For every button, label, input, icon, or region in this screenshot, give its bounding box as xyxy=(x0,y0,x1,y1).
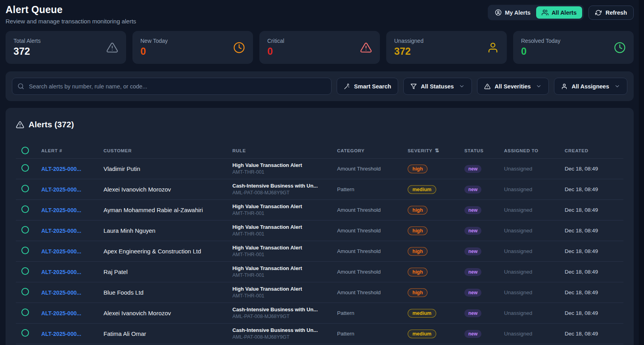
assigned-to-value: Unassigned xyxy=(500,331,561,337)
rule-code: AMT-THR-001 xyxy=(232,251,333,258)
alert-number-link[interactable]: ALT-2025-000... xyxy=(41,186,81,193)
status-badge: new xyxy=(464,186,481,194)
row-checkbox[interactable] xyxy=(21,309,29,316)
severity-badge: high xyxy=(408,206,427,215)
column-header-created: CREATED xyxy=(561,148,623,153)
created-date: Dec 18, 08:49 xyxy=(561,207,623,213)
alerts-scope-toggle: My Alerts All Alerts xyxy=(488,5,584,20)
alert-queue-page: Alert Queue Review and manage transactio… xyxy=(0,0,639,345)
rule-name: Cash-Intensive Business with Un... xyxy=(232,327,333,334)
stat-value: 0 xyxy=(521,46,560,57)
stat-value: 372 xyxy=(13,46,40,57)
severity-filter-dropdown[interactable]: All Severities xyxy=(477,78,549,95)
rule-cell: Cash-Intensive Business with Un... AML-P… xyxy=(228,182,333,196)
stat-value: 0 xyxy=(267,46,284,57)
alert-number-link[interactable]: ALT-2025-000... xyxy=(41,207,81,213)
table-row[interactable]: ALT-2025-000... Alexei Ivanovich Morozov… xyxy=(16,179,623,200)
table-row[interactable]: ALT-2025-000... Vladimir Putin High Valu… xyxy=(16,159,623,179)
row-checkbox[interactable] xyxy=(21,226,29,234)
row-checkbox[interactable] xyxy=(21,205,29,213)
assigned-to-value: Unassigned xyxy=(500,269,561,275)
alerts-count-title: Alerts (372) xyxy=(29,120,74,129)
category-value: Amount Threshold xyxy=(333,207,404,213)
rule-code: AML-PAT-008-MJ68Y9GT xyxy=(232,313,333,320)
rule-code: AMT-THR-001 xyxy=(232,231,333,238)
page-header: Alert Queue Review and manage transactio… xyxy=(6,4,634,25)
column-header-severity[interactable]: SEVERITY ⇅ xyxy=(404,148,460,153)
select-all-checkbox[interactable] xyxy=(21,147,29,154)
search-field-wrap xyxy=(12,78,332,95)
table-row[interactable]: ALT-2025-000... Raj Patel High Value Tra… xyxy=(16,262,623,282)
scrollbar-track[interactable] xyxy=(639,0,644,345)
row-checkbox[interactable] xyxy=(21,329,29,337)
filter-bar: Smart Search All Statuses All Severities xyxy=(6,71,634,101)
my-alerts-button[interactable]: My Alerts xyxy=(489,6,536,19)
status-badge: new xyxy=(464,247,481,255)
customer-name: Alexei Ivanovich Morozov xyxy=(100,310,228,316)
row-checkbox[interactable] xyxy=(21,288,29,295)
row-checkbox[interactable] xyxy=(21,247,29,254)
stat-card-new-today: New Today 0 xyxy=(132,31,253,64)
customer-name: Blue Foods Ltd xyxy=(100,289,228,296)
table-row[interactable]: ALT-2025-000... Fatima Ali Omar Cash-Int… xyxy=(16,324,623,344)
category-value: Amount Threshold xyxy=(333,248,404,254)
all-alerts-button[interactable]: All Alerts xyxy=(536,6,582,19)
rule-cell: High Value Transaction Alert AMT-THR-001 xyxy=(228,265,333,278)
status-badge: new xyxy=(464,165,481,173)
created-date: Dec 18, 08:49 xyxy=(561,248,623,254)
alert-number-link[interactable]: ALT-2025-000... xyxy=(41,331,81,337)
rule-code: AMT-THR-001 xyxy=(232,272,333,279)
clock-icon xyxy=(233,42,245,54)
created-date: Dec 18, 08:49 xyxy=(561,331,623,337)
table-row[interactable]: ALT-2025-000... Blue Foods Ltd High Valu… xyxy=(16,282,623,303)
assigned-to-value: Unassigned xyxy=(500,228,561,234)
stat-label: New Today xyxy=(140,38,168,44)
created-date: Dec 18, 08:49 xyxy=(561,289,623,295)
user-icon xyxy=(561,83,567,90)
smart-search-button[interactable]: Smart Search xyxy=(337,78,399,95)
table-row[interactable]: ALT-2025-000... Alexei Ivanovich Morozov… xyxy=(16,303,623,324)
column-header-alert: ALERT # xyxy=(37,148,100,153)
rule-code: AMT-THR-001 xyxy=(232,293,333,299)
assignee-filter-dropdown[interactable]: All Assignees xyxy=(554,78,627,95)
alert-number-link[interactable]: ALT-2025-000... xyxy=(41,310,81,316)
column-header-assigned: ASSIGNED TO xyxy=(500,148,561,153)
table-row[interactable]: ALT-2025-000... Ayman Mohammed Rabie al-… xyxy=(16,200,623,220)
stat-card-total-alerts: Total Alerts 372 xyxy=(6,31,126,64)
alert-number-link[interactable]: ALT-2025-000... xyxy=(41,228,81,234)
page-title-block: Alert Queue Review and manage transactio… xyxy=(6,4,136,25)
alert-number-link[interactable]: ALT-2025-000... xyxy=(41,248,81,255)
category-value: Pattern xyxy=(333,331,404,337)
category-value: Pattern xyxy=(333,186,404,192)
table-header-row: ALERT # CUSTOMER RULE CATEGORY SEVERITY … xyxy=(16,143,623,159)
table-row[interactable]: ALT-2025-000... Laura Minh Nguyen High V… xyxy=(16,220,623,241)
stat-card-unassigned: Unassigned 372 xyxy=(386,31,507,64)
alert-number-link[interactable]: ALT-2025-000... xyxy=(41,289,81,296)
row-checkbox[interactable] xyxy=(21,185,29,192)
stat-label: Unassigned xyxy=(394,38,424,44)
row-checkbox[interactable] xyxy=(21,164,29,172)
user-icon xyxy=(487,42,499,54)
search-input[interactable] xyxy=(12,78,332,95)
refresh-button[interactable]: Refresh xyxy=(588,6,634,20)
column-header-status: STATUS xyxy=(460,148,500,153)
stat-label: Total Alerts xyxy=(13,38,40,44)
status-filter-dropdown[interactable]: All Statuses xyxy=(403,78,472,95)
rule-name: High Value Transaction Alert xyxy=(232,265,333,272)
row-checkbox[interactable] xyxy=(21,267,29,275)
column-header-rule: RULE xyxy=(228,148,333,153)
table-row[interactable]: ALT-2025-000... Apex Engineering & Const… xyxy=(16,241,623,262)
users-icon xyxy=(542,9,548,16)
select-all-cell xyxy=(16,147,37,154)
rule-code: AMT-THR-001 xyxy=(232,169,333,176)
refresh-label: Refresh xyxy=(606,10,627,16)
stat-label: Resolved Today xyxy=(521,38,560,44)
rule-name: High Value Transaction Alert xyxy=(232,244,333,251)
sort-icon: ⇅ xyxy=(435,148,439,153)
alert-number-link[interactable]: ALT-2025-000... xyxy=(41,269,81,275)
alert-number-link[interactable]: ALT-2025-000... xyxy=(41,166,81,172)
assignee-filter-label: All Assignees xyxy=(571,83,609,90)
refresh-icon xyxy=(595,10,602,16)
column-header-category: CATEGORY xyxy=(333,148,404,153)
category-value: Amount Threshold xyxy=(333,166,404,172)
